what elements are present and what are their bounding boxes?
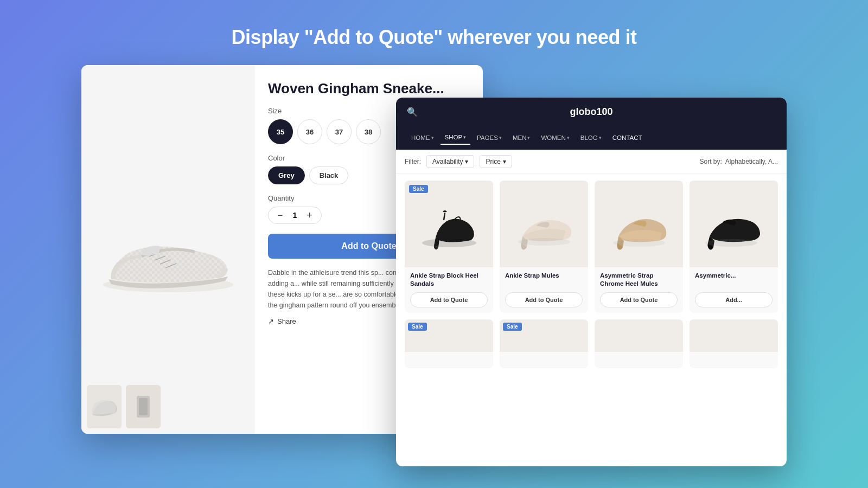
second-card-img-4 <box>690 319 778 352</box>
color-black[interactable]: Black <box>309 166 349 184</box>
sneaker-image <box>98 195 239 304</box>
share-icon: ↗ <box>268 317 274 325</box>
card-img-4 <box>690 181 778 267</box>
card-add-btn-4[interactable]: Add... <box>695 292 773 307</box>
screenshots-container: Woven Gingham Sneake... Size 35 36 37 38… <box>81 65 787 455</box>
blog-chevron: ▾ <box>599 135 602 140</box>
sale-badge-row2-2: Sale <box>503 323 522 331</box>
product-image-area <box>81 65 255 434</box>
card-img-1: Sale <box>405 181 493 267</box>
product-grid: Sale Ankle Strap Block Heel Sandals <box>396 174 787 319</box>
page-headline: Display "Add to Quote" wherever you need… <box>232 26 637 49</box>
shop-chevron: ▾ <box>463 134 466 140</box>
women-chevron: ▾ <box>567 135 570 140</box>
filter-label: Filter: <box>405 158 421 165</box>
nav-search-area: 🔍 <box>407 107 418 117</box>
nav-contact[interactable]: CONTACT <box>608 131 647 144</box>
shop-nav-top: 🔍 globo100 <box>396 98 787 126</box>
search-icon[interactable]: 🔍 <box>407 107 418 117</box>
filter-left: Filter: Availability ▾ Price ▾ <box>405 155 512 168</box>
card-add-btn-1[interactable]: Add to Quote <box>410 292 488 307</box>
sort-value: Alphabetically, A... <box>725 158 778 165</box>
shop-window: 🔍 globo100 HOME ▾ SHOP ▾ PAGES ▾ MEN ▾ <box>396 98 787 466</box>
sort-area: Sort by: Alphabetically, A... <box>699 158 778 165</box>
pages-chevron: ▾ <box>499 135 502 140</box>
share-label: Share <box>277 317 296 325</box>
card-body-3: Asymmetric Strap Chrome Heel Mules Add t… <box>595 267 683 313</box>
sort-label: Sort by: <box>699 158 722 165</box>
second-product-row: Sale Sale <box>396 319 787 368</box>
second-row-card-3 <box>595 319 683 368</box>
second-card-img-2: Sale <box>500 319 588 352</box>
card-add-btn-3[interactable]: Add to Quote <box>600 292 678 307</box>
size-38[interactable]: 38 <box>356 119 381 144</box>
svg-rect-10 <box>139 398 148 415</box>
quantity-increase[interactable]: + <box>307 210 313 220</box>
second-card-img-3 <box>595 319 683 352</box>
product-title: Woven Gingham Sneake... <box>268 80 470 97</box>
card-body-2: Ankle Strap Mules Add to Quote <box>500 267 588 313</box>
product-card-4: Asymmetric... Add... <box>690 181 778 313</box>
home-chevron: ▾ <box>431 135 434 140</box>
sale-badge-row2-1: Sale <box>408 323 427 331</box>
product-card-3: Asymmetric Strap Chrome Heel Mules Add t… <box>595 181 683 313</box>
product-card-1: Sale Ankle Strap Block Heel Sandals <box>405 181 493 313</box>
svg-point-14 <box>613 239 665 247</box>
second-row-card-2: Sale <box>500 319 588 368</box>
second-card-img-1: Sale <box>405 319 493 352</box>
card-name-2: Ankle Strap Mules <box>505 272 583 280</box>
card-body-4: Asymmetric... Add... <box>690 267 778 313</box>
availability-chevron: ▾ <box>465 158 468 165</box>
second-row-card-4 <box>690 319 778 368</box>
heel-sandal-1-img <box>417 189 482 259</box>
asymmetric-img <box>701 189 767 259</box>
quantity-control: − 1 + <box>268 207 322 224</box>
quantity-value: 1 <box>290 211 301 220</box>
price-chevron: ▾ <box>503 158 506 165</box>
price-filter[interactable]: Price ▾ <box>480 155 512 168</box>
card-add-btn-2[interactable]: Add to Quote <box>505 292 583 307</box>
quantity-decrease[interactable]: − <box>277 210 283 220</box>
thumbnail-1[interactable] <box>87 385 122 428</box>
shop-logo: globo100 <box>418 106 765 118</box>
size-37[interactable]: 37 <box>327 119 352 144</box>
card-img-3 <box>595 181 683 267</box>
product-card-2: Ankle Strap Mules Add to Quote <box>500 181 588 313</box>
shop-nav-links: HOME ▾ SHOP ▾ PAGES ▾ MEN ▾ WOMEN ▾ BLOG… <box>396 126 787 150</box>
card-name-1: Ankle Strap Block Heel Sandals <box>410 272 488 288</box>
card-name-3: Asymmetric Strap Chrome Heel Mules <box>600 272 678 288</box>
nav-home[interactable]: HOME ▾ <box>407 131 438 144</box>
svg-point-15 <box>705 239 757 247</box>
availability-filter[interactable]: Availability ▾ <box>426 155 474 168</box>
size-35[interactable]: 35 <box>268 119 293 144</box>
card-body-1: Ankle Strap Block Heel Sandals Add to Qu… <box>405 267 493 313</box>
men-chevron: ▾ <box>527 135 530 140</box>
size-36[interactable]: 36 <box>297 119 322 144</box>
nav-blog[interactable]: BLOG ▾ <box>576 131 606 144</box>
color-grey[interactable]: Grey <box>268 166 305 184</box>
nav-pages[interactable]: PAGES ▾ <box>473 131 506 144</box>
chrome-mule-img <box>607 189 672 259</box>
nav-men[interactable]: MEN ▾ <box>508 131 535 144</box>
sale-badge-1: Sale <box>409 185 428 193</box>
thumbnail-2[interactable] <box>126 385 161 428</box>
card-img-2 <box>500 181 588 267</box>
nav-shop[interactable]: SHOP ▾ <box>441 131 471 145</box>
filter-bar: Filter: Availability ▾ Price ▾ Sort by: … <box>396 150 787 174</box>
svg-point-13 <box>518 238 570 246</box>
nav-women[interactable]: WOMEN ▾ <box>537 131 573 144</box>
svg-line-11 <box>444 213 445 220</box>
mule-img <box>512 189 577 259</box>
second-row-card-1: Sale <box>405 319 493 368</box>
thumbnail-row <box>87 385 161 428</box>
card-name-4: Asymmetric... <box>695 272 773 280</box>
svg-point-12 <box>422 239 476 247</box>
